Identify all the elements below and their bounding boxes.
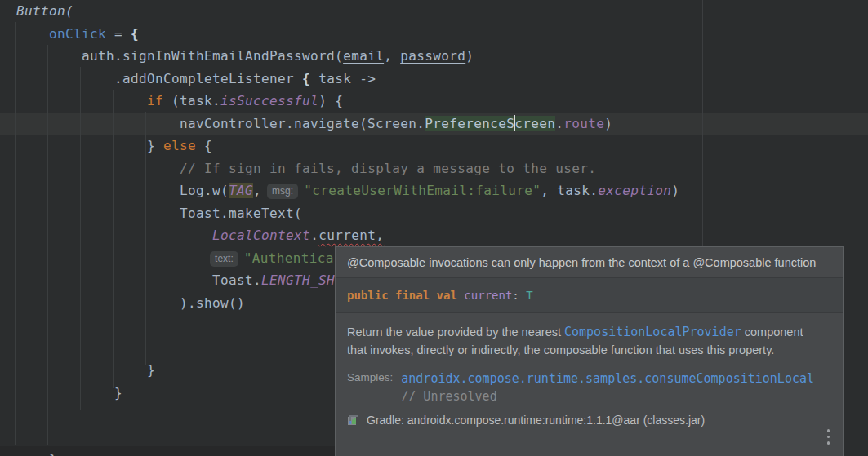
code-line[interactable]: navController.navigate(Screen.Preference… <box>0 113 868 135</box>
samples-link[interactable]: androidx.compose.runtime.samples.consume… <box>401 370 814 387</box>
editor-window: Button( onClick = { auth.signInWithEmail… <box>0 0 868 456</box>
code-line[interactable]: .addOnCompleteListener { task -> <box>0 68 868 91</box>
samples-row: Samples: androidx.compose.runtime.sample… <box>347 370 831 405</box>
code-line[interactable]: if (task.isSuccessful) { <box>0 90 868 113</box>
doc-link-compositionlocalprovider[interactable]: CompositionLocalProvider <box>564 325 741 339</box>
gradle-coordinates: Gradle: androidx.compose.runtime:runtime… <box>367 414 705 427</box>
code-line[interactable]: Toast.makeText( <box>0 202 868 225</box>
code-line[interactable]: // If sign in fails, display a message t… <box>0 157 868 180</box>
inlay-hint-msg: msg: <box>267 184 298 199</box>
code-line[interactable]: LocalContext.current, <box>0 224 868 247</box>
inlay-hint-text: text: <box>210 251 238 267</box>
error-message: @Composable invocations can only happen … <box>336 247 843 278</box>
text-caret <box>514 115 515 131</box>
kebab-menu-icon[interactable] <box>827 429 830 445</box>
code-line[interactable]: onClick = { <box>0 23 868 46</box>
code-line[interactable]: auth.signInWithEmailAndPassword(email, p… <box>0 45 868 68</box>
library-icon <box>347 414 360 427</box>
code-line[interactable]: Button( <box>0 0 868 23</box>
unresolved-comment: // Unresolved <box>401 387 814 405</box>
code-line[interactable]: } else { <box>0 135 868 157</box>
samples-code: androidx.compose.runtime.samples.consume… <box>401 370 814 405</box>
declaration-signature: public final val current: T <box>336 278 843 313</box>
documentation-body: Return the value provided by the nearest… <box>336 313 843 433</box>
doc-description: Return the value provided by the nearest… <box>347 323 808 359</box>
gradle-row: Gradle: androidx.compose.runtime:runtime… <box>347 414 831 427</box>
code-line[interactable]: Log.w(TAG,msg:"createUserWithEmail:failu… <box>0 179 868 202</box>
samples-label: Samples: <box>347 370 393 405</box>
documentation-popup: @Composable invocations can only happen … <box>335 246 844 456</box>
